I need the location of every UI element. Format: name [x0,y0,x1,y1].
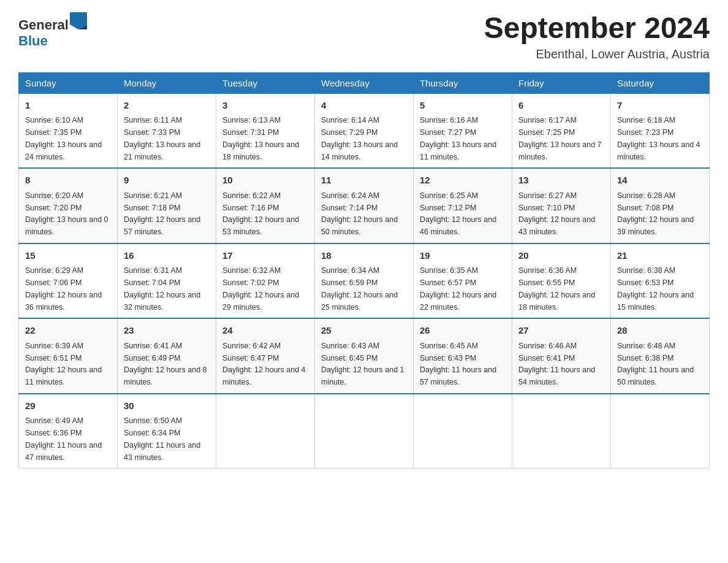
calendar-cell: 3 Sunrise: 6:13 AM Sunset: 7:31 PM Dayli… [216,93,315,168]
daylight-text: Daylight: 12 hours and 36 minutes. [25,291,102,312]
daylight-text: Daylight: 11 hours and 50 minutes. [617,366,694,386]
day-number: 3 [222,99,308,113]
sunset-text: Sunset: 7:16 PM [222,204,279,212]
header-friday: Friday [512,72,611,93]
daylight-text: Daylight: 13 hours and 24 minutes. [25,140,102,161]
sunrise-text: Sunrise: 6:48 AM [617,342,675,350]
sunset-text: Sunset: 7:14 PM [321,204,377,212]
title-section: September 2024 Ebenthal, Lower Austria, … [484,12,710,61]
calendar-cell: 20 Sunrise: 6:36 AM Sunset: 6:55 PM Dayl… [512,243,611,319]
sunset-text: Sunset: 6:45 PM [321,354,377,362]
calendar-cell: 10 Sunrise: 6:22 AM Sunset: 7:16 PM Dayl… [216,168,315,243]
calendar-week-row-2: 8 Sunrise: 6:20 AM Sunset: 7:20 PM Dayli… [19,168,710,243]
day-number: 24 [222,324,308,338]
calendar-cell [315,394,414,469]
sunrise-text: Sunrise: 6:43 AM [321,342,379,350]
daylight-text: Daylight: 12 hours and 8 minutes. [124,366,207,386]
sunset-text: Sunset: 6:49 PM [124,354,180,362]
day-number: 8 [25,174,111,188]
sunset-text: Sunset: 7:04 PM [124,278,180,287]
sunrise-text: Sunrise: 6:17 AM [518,116,577,124]
sunrise-text: Sunrise: 6:10 AM [25,116,83,124]
sunrise-text: Sunrise: 6:22 AM [222,191,281,200]
sunset-text: Sunset: 7:23 PM [617,128,673,137]
daylight-text: Daylight: 12 hours and 25 minutes. [321,291,398,312]
sunset-text: Sunset: 6:36 PM [25,429,82,437]
daylight-text: Daylight: 13 hours and 0 minutes. [25,215,108,236]
daylight-text: Daylight: 13 hours and 4 minutes. [617,140,700,161]
day-number: 10 [222,174,308,188]
day-number: 25 [321,324,407,338]
day-number: 13 [518,174,604,188]
day-number: 5 [420,99,506,113]
sunset-text: Sunset: 6:57 PM [420,278,476,287]
sunrise-text: Sunrise: 6:41 AM [124,342,182,350]
sunrise-text: Sunrise: 6:28 AM [617,191,675,200]
daylight-text: Daylight: 11 hours and 43 minutes. [124,441,200,462]
calendar-cell: 25 Sunrise: 6:43 AM Sunset: 6:45 PM Dayl… [315,318,414,394]
sunrise-text: Sunrise: 6:31 AM [124,266,182,275]
daylight-text: Daylight: 12 hours and 50 minutes. [321,215,398,236]
header-saturday: Saturday [611,72,710,93]
daylight-text: Daylight: 13 hours and 18 minutes. [222,140,299,161]
header-tuesday: Tuesday [216,72,315,93]
day-number: 26 [420,324,506,338]
daylight-text: Daylight: 12 hours and 32 minutes. [124,291,200,312]
day-number: 30 [124,399,210,413]
sunrise-text: Sunrise: 6:11 AM [124,116,182,124]
sunset-text: Sunset: 7:12 PM [420,204,476,212]
sunrise-text: Sunrise: 6:14 AM [321,116,379,124]
daylight-text: Daylight: 13 hours and 14 minutes. [321,140,398,161]
sunset-text: Sunset: 7:02 PM [222,278,279,287]
sunrise-text: Sunrise: 6:32 AM [222,266,281,275]
day-number: 27 [518,324,604,338]
daylight-text: Daylight: 11 hours and 47 minutes. [25,441,102,462]
calendar-cell: 4 Sunrise: 6:14 AM Sunset: 7:29 PM Dayli… [315,93,414,168]
calendar-cell: 24 Sunrise: 6:42 AM Sunset: 6:47 PM Dayl… [216,318,315,394]
day-number: 17 [222,249,308,263]
day-number: 4 [321,99,407,113]
calendar-cell: 22 Sunrise: 6:39 AM Sunset: 6:51 PM Dayl… [19,318,118,394]
calendar-week-row-4: 22 Sunrise: 6:39 AM Sunset: 6:51 PM Dayl… [19,318,710,394]
daylight-text: Daylight: 11 hours and 54 minutes. [518,366,595,386]
day-number: 15 [25,249,111,263]
calendar-week-row-5: 29 Sunrise: 6:49 AM Sunset: 6:36 PM Dayl… [19,394,710,469]
day-number: 28 [617,324,703,338]
sunset-text: Sunset: 6:34 PM [124,429,180,437]
header-sunday: Sunday [19,72,118,93]
sunrise-text: Sunrise: 6:24 AM [321,191,379,200]
daylight-text: Daylight: 11 hours and 57 minutes. [420,366,496,386]
sunset-text: Sunset: 7:27 PM [420,128,476,137]
daylight-text: Daylight: 13 hours and 7 minutes. [518,140,602,161]
sunset-text: Sunset: 7:29 PM [321,128,377,137]
day-number: 7 [617,99,703,113]
sunset-text: Sunset: 6:41 PM [518,354,575,362]
calendar-cell: 5 Sunrise: 6:16 AM Sunset: 7:27 PM Dayli… [414,93,512,168]
sunrise-text: Sunrise: 6:38 AM [617,266,675,275]
logo-text-blue: Blue [18,33,48,48]
sunrise-text: Sunrise: 6:46 AM [518,342,577,350]
calendar-week-row-1: 1 Sunrise: 6:10 AM Sunset: 7:35 PM Dayli… [19,93,710,168]
calendar-cell: 14 Sunrise: 6:28 AM Sunset: 7:08 PM Dayl… [611,168,710,243]
day-number: 19 [420,249,506,263]
day-number: 9 [124,174,210,188]
calendar-cell: 16 Sunrise: 6:31 AM Sunset: 7:04 PM Dayl… [118,243,216,319]
sunset-text: Sunset: 7:08 PM [617,204,673,212]
calendar-week-row-3: 15 Sunrise: 6:29 AM Sunset: 7:06 PM Dayl… [19,243,710,319]
calendar-cell: 30 Sunrise: 6:50 AM Sunset: 6:34 PM Dayl… [118,394,216,469]
calendar-cell: 13 Sunrise: 6:27 AM Sunset: 7:10 PM Dayl… [512,168,611,243]
calendar-cell: 29 Sunrise: 6:49 AM Sunset: 6:36 PM Dayl… [19,394,118,469]
sunset-text: Sunset: 7:10 PM [518,204,575,212]
day-number: 20 [518,249,604,263]
calendar-cell: 28 Sunrise: 6:48 AM Sunset: 6:38 PM Dayl… [611,318,710,394]
sunrise-text: Sunrise: 6:21 AM [124,191,182,200]
daylight-text: Daylight: 12 hours and 1 minute. [321,366,404,386]
day-number: 6 [518,99,604,113]
header-wednesday: Wednesday [315,72,414,93]
sunset-text: Sunset: 6:53 PM [617,278,673,287]
day-number: 16 [124,249,210,263]
daylight-text: Daylight: 12 hours and 18 minutes. [518,291,595,312]
sunset-text: Sunset: 7:33 PM [124,128,180,137]
calendar-cell: 2 Sunrise: 6:11 AM Sunset: 7:33 PM Dayli… [118,93,216,168]
weekday-header-row: Sunday Monday Tuesday Wednesday Thursday… [19,72,710,93]
